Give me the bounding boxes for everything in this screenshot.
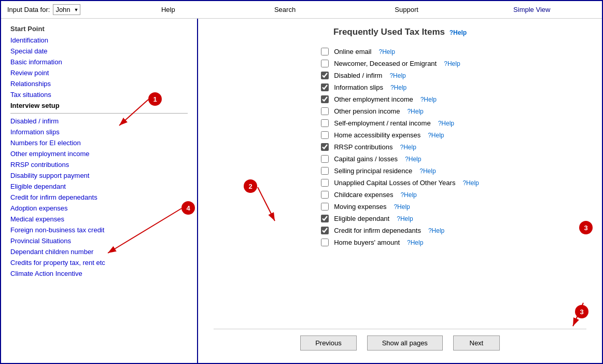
checklist: Online email?HelpNewcomer, Deceased or E… (321, 46, 479, 248)
help-link-childcare[interactable]: ?Help (400, 191, 416, 199)
sidebar-item-identification[interactable]: Identification (1, 35, 197, 46)
show-all-button[interactable]: Show all pages (367, 335, 443, 351)
checkbox-label-moving[interactable]: Moving expenses (334, 203, 386, 211)
sidebar-item-disabled-infirm[interactable]: Disabled / infirm (1, 116, 197, 127)
help-link-home-buyers[interactable]: ?Help (407, 239, 423, 246)
sidebar-item-disability-support[interactable]: Disability support payment (1, 170, 197, 181)
checkbox-online-email[interactable] (321, 48, 329, 55)
list-item: Other pension income?Help (321, 105, 479, 117)
checkbox-credit-infirm[interactable] (321, 227, 329, 234)
user-select[interactable]: John (53, 4, 80, 15)
list-item: Disabled / infirm?Help (321, 69, 479, 81)
sidebar-item-foreign-tax[interactable]: Foreign non-business tax credit (1, 225, 197, 235)
list-item: Moving expenses?Help (321, 201, 479, 213)
sidebar-item-information-slips[interactable]: Information slips (1, 127, 197, 137)
checkbox-label-home-buyers[interactable]: Home buyers' amount (334, 239, 400, 246)
sidebar-item-tax-situations[interactable]: Tax situations (1, 89, 197, 100)
list-item: Newcomer, Deceased or Emigrant?Help (321, 58, 479, 69)
content-title: Frequently Used Tax Items ?Help (214, 27, 586, 37)
checkbox-self-employment[interactable] (321, 119, 329, 127)
sidebar-item-medical[interactable]: Medical expenses (1, 214, 197, 225)
sidebar-item-provincial[interactable]: Provincial Situations (1, 235, 197, 246)
checkbox-label-rrsp[interactable]: RRSP contributions (334, 143, 392, 151)
sidebar-item-credit-infirm[interactable]: Credit for infirm depenedants (1, 192, 197, 203)
simple-view-link[interactable]: Simple View (513, 6, 550, 13)
checkbox-newcomer[interactable] (321, 60, 329, 67)
content-area: Frequently Used Tax Items ?Help Online e… (198, 19, 602, 363)
sidebar-item-other-employment[interactable]: Other employment income (1, 148, 197, 159)
sidebar-item-numbers-ei[interactable]: Numbers for EI election (1, 137, 197, 148)
help-link-self-employment[interactable]: ?Help (438, 120, 454, 127)
help-link-credit-infirm[interactable]: ?Help (428, 227, 444, 234)
checkbox-label-other-pension[interactable]: Other pension income (334, 107, 400, 115)
list-item: RRSP contributions?Help (321, 141, 479, 153)
previous-button[interactable]: Previous (300, 335, 357, 351)
checkbox-label-unapplied-capital[interactable]: Unapplied Capital Losses of Other Years (334, 179, 455, 187)
checkbox-label-self-employment[interactable]: Self-employment / rental income (334, 119, 430, 127)
checkbox-label-selling-principal[interactable]: Selling principal residence (334, 167, 412, 175)
checkbox-rrsp[interactable] (321, 143, 329, 151)
checkbox-label-online-email[interactable]: Online email (334, 48, 371, 55)
checkbox-disabled-infirm[interactable] (321, 72, 329, 79)
list-item: Eligible dependant?Help (321, 213, 479, 225)
user-select-wrapper[interactable]: John (53, 4, 80, 15)
sidebar-divider (10, 113, 188, 114)
help-link-other-pension[interactable]: ?Help (407, 108, 423, 115)
sidebar-section-start: Start Point (1, 23, 197, 35)
sidebar-item-eligible-dependant[interactable]: Eligible dependant (1, 181, 197, 192)
list-item: Home accessibility expenses?Help (321, 129, 479, 141)
support-menu[interactable]: Support (390, 5, 423, 15)
help-link-capital-gains[interactable]: ?Help (405, 156, 421, 163)
sidebar-item-relationships[interactable]: Relationships (1, 78, 197, 89)
help-link-other-employment[interactable]: ?Help (420, 96, 437, 103)
title-help-link[interactable]: ?Help (450, 29, 467, 36)
sidebar-item-special-date[interactable]: Special date (1, 46, 197, 57)
checkbox-selling-principal[interactable] (321, 167, 329, 175)
help-link-disabled-infirm[interactable]: ?Help (389, 72, 405, 79)
checkbox-label-childcare[interactable]: Childcare expenses (334, 191, 393, 199)
checkbox-home-accessibility[interactable] (321, 131, 329, 139)
annotation-3: 3 (579, 221, 593, 234)
help-link-selling-principal[interactable]: ?Help (419, 167, 436, 175)
search-menu[interactable]: Search (270, 5, 300, 15)
help-menu[interactable]: Help (157, 5, 179, 15)
help-link-moving[interactable]: ?Help (394, 203, 410, 211)
sidebar-item-climate-action[interactable]: Climate Action Incentive (1, 268, 197, 279)
checkbox-eligible-dependant[interactable] (321, 215, 329, 222)
checkbox-label-disabled-infirm[interactable]: Disabled / infirm (334, 72, 382, 79)
checkbox-info-slips[interactable] (321, 83, 329, 91)
checkbox-label-eligible-dependant[interactable]: Eligible dependant (334, 215, 389, 222)
checkbox-childcare[interactable] (321, 191, 329, 199)
checkbox-other-employment[interactable] (321, 95, 329, 103)
help-link-rrsp[interactable]: ?Help (400, 144, 416, 151)
help-link-eligible-dependant[interactable]: ?Help (397, 215, 413, 222)
checkbox-capital-gains[interactable] (321, 155, 329, 163)
help-link-online-email[interactable]: ?Help (379, 48, 395, 55)
checkbox-home-buyers[interactable] (321, 239, 329, 246)
next-button[interactable]: Next (453, 335, 500, 351)
checkbox-label-info-slips[interactable]: Information slips (334, 83, 383, 91)
help-link-unapplied-capital[interactable]: ?Help (462, 179, 479, 187)
help-link-info-slips[interactable]: ?Help (390, 84, 406, 91)
bottom-bar: Previous Show all pages Next (214, 329, 586, 355)
checkbox-label-newcomer[interactable]: Newcomer, Deceased or Emigrant (334, 60, 437, 67)
sidebar-item-credits-property[interactable]: Credits for property tax, rent etc (1, 257, 197, 268)
checkbox-other-pension[interactable] (321, 107, 329, 115)
checkbox-label-capital-gains[interactable]: Capital gains / losses (334, 155, 398, 163)
sidebar-item-dependant-children[interactable]: Dependant children number (1, 246, 197, 257)
help-link-home-accessibility[interactable]: ?Help (428, 132, 444, 139)
checkbox-unapplied-capital[interactable] (321, 179, 329, 187)
checkbox-moving[interactable] (321, 203, 329, 211)
sidebar-item-rrsp[interactable]: RRSP contributions (1, 159, 197, 170)
checkbox-label-credit-infirm[interactable]: Credit for infirm depenedants (334, 227, 421, 234)
list-item: Unapplied Capital Losses of Other Years?… (321, 177, 479, 189)
sidebar-item-interview-setup[interactable]: Interview setup (1, 100, 197, 111)
sidebar-item-adoption[interactable]: Adoption expenses (1, 203, 197, 214)
app-container: Input Data for: John Help Search Support… (1, 1, 602, 363)
checkbox-label-other-employment[interactable]: Other employment income (334, 95, 413, 103)
top-bar: Input Data for: John Help Search Support… (1, 1, 602, 19)
checkbox-label-home-accessibility[interactable]: Home accessibility expenses (334, 131, 420, 139)
sidebar-item-basic-information[interactable]: Basic information (1, 57, 197, 67)
help-link-newcomer[interactable]: ?Help (444, 60, 460, 67)
sidebar-item-review-point[interactable]: Review point (1, 67, 197, 78)
